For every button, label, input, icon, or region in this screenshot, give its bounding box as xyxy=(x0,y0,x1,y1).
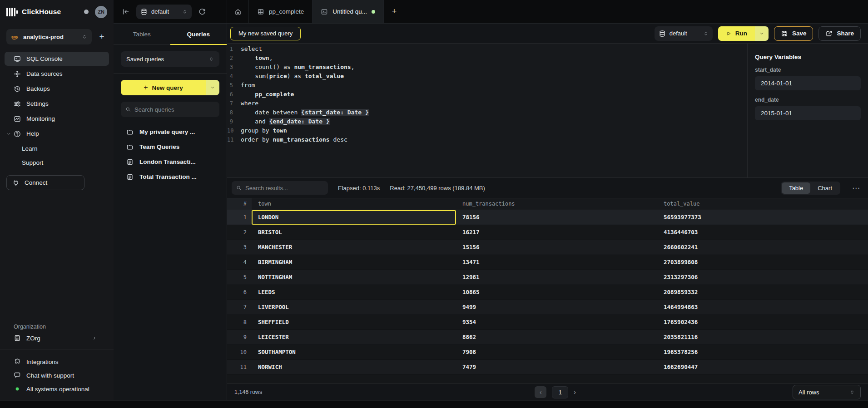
cell[interactable]: LEEDS xyxy=(252,285,456,300)
view-table-button[interactable]: Table xyxy=(782,182,810,194)
column-header-index[interactable]: # xyxy=(227,198,252,210)
notification-dot-icon[interactable] xyxy=(84,10,89,14)
run-button[interactable]: Run xyxy=(718,26,755,41)
save-button[interactable]: Save xyxy=(774,26,813,41)
sidebar-subitem-support[interactable]: Support xyxy=(5,156,109,170)
saved-query-item-london-transacti[interactable]: London Transacti... xyxy=(121,154,219,169)
column-header-num-transactions[interactable]: num_transactions xyxy=(456,198,657,210)
footer-item-chat-with-support[interactable]: Chat with support xyxy=(0,369,114,382)
cell[interactable]: NORWICH xyxy=(252,359,456,374)
tab-tables[interactable]: Tables xyxy=(114,24,170,44)
cell[interactable]: 2035821116 xyxy=(657,329,868,344)
sidebar-item-sql-console[interactable]: SQL Console xyxy=(5,52,109,66)
run-options-button[interactable] xyxy=(755,26,769,41)
new-tab-button[interactable]: + xyxy=(384,0,405,23)
code-text: date between {start_date: Date } xyxy=(241,108,369,117)
line-number: 4 xyxy=(227,72,241,81)
sidebar-subitem-learn[interactable]: Learn xyxy=(5,142,109,156)
saved-query-tab[interactable]: My new saved query xyxy=(230,27,301,40)
cell[interactable]: LONDON xyxy=(252,210,456,225)
cell[interactable]: NOTTINGHAM xyxy=(252,270,456,285)
cell[interactable]: BIRMINGHAM xyxy=(252,255,456,270)
search-results-box[interactable] xyxy=(232,181,328,195)
cell[interactable]: 2089859332 xyxy=(657,285,868,300)
current-page[interactable]: 1 xyxy=(552,386,568,398)
cell[interactable]: LEICESTER xyxy=(252,329,456,344)
tab-queries[interactable]: Queries xyxy=(170,24,227,44)
database-select-top[interactable]: default xyxy=(136,5,192,19)
organization-name: ZOrg xyxy=(26,335,40,342)
view-chart-button[interactable]: Chart xyxy=(810,182,839,194)
collapse-sidebar-button[interactable] xyxy=(122,8,130,16)
sidebar-item-backups[interactable]: Backups xyxy=(5,82,109,96)
cell[interactable]: 15156 xyxy=(456,240,657,255)
cell[interactable]: 7908 xyxy=(456,344,657,359)
search-results-input[interactable] xyxy=(245,185,323,192)
cell[interactable]: 12981 xyxy=(456,270,657,285)
variable-input-end-date[interactable] xyxy=(755,106,861,120)
more-options-button[interactable]: ⋯ xyxy=(850,184,862,192)
sidebar-item-data-sources[interactable]: Data sources xyxy=(5,67,109,81)
code-line: 6 pp_complete xyxy=(227,90,747,99)
variable-input-start-date[interactable] xyxy=(755,76,861,90)
row-number: 8 xyxy=(227,315,252,329)
cell[interactable]: 9499 xyxy=(456,300,657,315)
column-header-total-value[interactable]: total_value xyxy=(657,198,868,210)
saved-query-item-my-private-query[interactable]: My private query ... xyxy=(121,124,219,139)
workspace-select[interactable]: aws analytics-prod xyxy=(6,29,92,44)
cell[interactable]: 2313297306 xyxy=(657,270,868,285)
saved-query-item-team-queries[interactable]: Team Queries xyxy=(121,139,219,154)
avatar[interactable]: ZN xyxy=(95,6,107,18)
refresh-icon[interactable] xyxy=(198,8,206,16)
home-button[interactable] xyxy=(227,0,249,23)
cell[interactable]: 8862 xyxy=(456,329,657,344)
cell[interactable]: SOUTHAMPTON xyxy=(252,344,456,359)
organization-switcher[interactable]: ZOrg xyxy=(0,334,114,349)
saved-query-item-total-transaction[interactable]: Total Transaction ... xyxy=(121,169,219,184)
cell[interactable]: 4136446703 xyxy=(657,225,868,240)
tab-untitled-qu[interactable]: Untitled qu... xyxy=(312,0,384,23)
cell[interactable]: 10865 xyxy=(456,285,657,300)
connect-button[interactable]: Connect xyxy=(6,175,84,190)
cell[interactable]: 2703899808 xyxy=(657,255,868,270)
search-queries-input[interactable] xyxy=(134,106,215,113)
cell[interactable]: 9354 xyxy=(456,315,657,329)
new-query-main[interactable]: +New query xyxy=(121,80,206,95)
new-query-dropdown[interactable] xyxy=(206,80,219,95)
cell[interactable]: 1662690447 xyxy=(657,359,868,374)
sql-editor[interactable]: 1select2 town,3 count() as num_transacti… xyxy=(227,44,747,177)
saved-queries-select[interactable]: Saved queries xyxy=(121,51,219,67)
cell[interactable]: 1965378256 xyxy=(657,344,868,359)
cell[interactable]: 56593977373 xyxy=(657,210,868,225)
sidebar-item-help[interactable]: Help xyxy=(5,127,109,141)
new-query-button[interactable]: +New query xyxy=(121,80,219,95)
footer-item-integrations[interactable]: Integrations xyxy=(0,355,114,369)
database-name: default xyxy=(670,30,687,37)
cell[interactable]: 16217 xyxy=(456,225,657,240)
next-page-button[interactable]: › xyxy=(574,388,576,396)
cell[interactable]: LIVERPOOL xyxy=(252,300,456,315)
sidebar-item-monitoring[interactable]: Monitoring xyxy=(5,112,109,126)
page-size-select[interactable]: All rows xyxy=(793,385,861,399)
previous-page-button[interactable]: ‹ xyxy=(535,386,546,398)
line-number: 10 xyxy=(227,126,241,135)
database-select-editor[interactable]: default xyxy=(655,26,713,41)
add-service-button[interactable]: + xyxy=(96,31,107,42)
cell[interactable]: 13471 xyxy=(456,255,657,270)
saved-queries-label: Saved queries xyxy=(126,56,164,63)
footer-item-all-systems-operational[interactable]: All systems operational xyxy=(0,382,114,396)
tab-pp-complete[interactable]: pp_complete xyxy=(249,0,312,23)
cell[interactable]: 1464994863 xyxy=(657,300,868,315)
cell[interactable]: 78156 xyxy=(456,210,657,225)
column-header-town[interactable]: town xyxy=(252,198,456,210)
sidebar-footer: IntegrationsChat with supportAll systems… xyxy=(0,349,114,400)
cell[interactable]: SHEFFIELD xyxy=(252,315,456,329)
cell[interactable]: 1765902436 xyxy=(657,315,868,329)
share-button[interactable]: Share xyxy=(818,26,861,41)
sidebar-item-settings[interactable]: Settings xyxy=(5,97,109,111)
search-queries-box[interactable] xyxy=(121,102,219,117)
cell[interactable]: 7479 xyxy=(456,359,657,374)
cell[interactable]: BRISTOL xyxy=(252,225,456,240)
cell[interactable]: 2660602241 xyxy=(657,240,868,255)
cell[interactable]: MANCHESTER xyxy=(252,240,456,255)
